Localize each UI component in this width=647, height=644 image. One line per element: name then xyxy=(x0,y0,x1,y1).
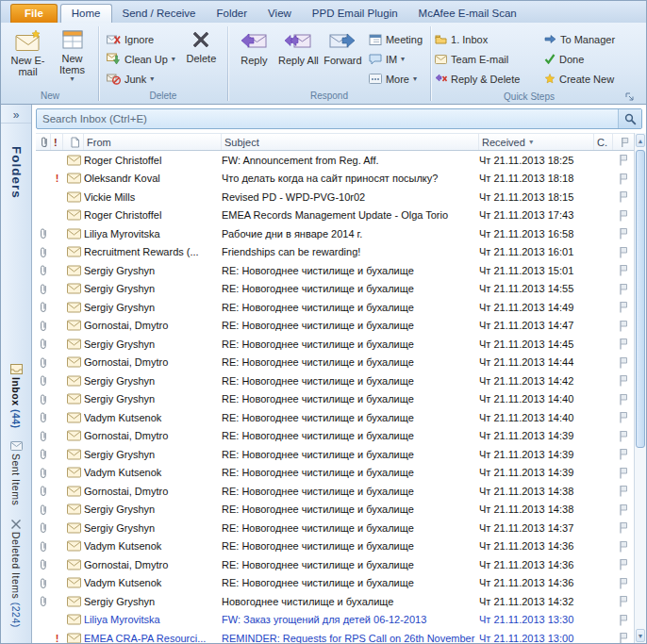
message-row[interactable]: ! Liliya Myrovitska FW: Заказ угощений д… xyxy=(36,611,634,630)
meeting-button[interactable]: Meeting xyxy=(365,29,426,49)
reply-all-button[interactable]: Reply All xyxy=(276,25,321,90)
quick-step-done[interactable]: Done xyxy=(544,49,634,69)
flag-icon[interactable] xyxy=(613,301,634,313)
sidebar-item-sent-items[interactable]: Sent Items xyxy=(10,441,23,505)
message-row[interactable]: ! Sergiy Gryshyn RE: Новогоднее чистилищ… xyxy=(36,501,634,520)
message-row[interactable]: ! Sergiy Gryshyn RE: Новогоднее чистилищ… xyxy=(36,335,634,354)
clean-up-button[interactable]: Clean Up ▾ xyxy=(103,49,179,69)
sidebar-item-deleted-items[interactable]: Deleted Items (224) xyxy=(10,518,22,628)
flag-icon[interactable] xyxy=(613,411,634,423)
scroll-down-button[interactable]: ▼ xyxy=(636,629,645,642)
flag-icon[interactable] xyxy=(613,246,634,258)
tab-mcafee-email-scan[interactable]: McAfee E-mail Scan xyxy=(408,5,527,23)
forward-button[interactable]: Forward xyxy=(321,25,365,90)
tab-send-receive[interactable]: Send / Receive xyxy=(112,5,207,23)
flag-icon[interactable] xyxy=(613,430,634,442)
flag-icon[interactable] xyxy=(613,577,634,589)
flag-icon[interactable] xyxy=(613,614,634,626)
message-row[interactable]: ! EMEA CRA-PA Resourci... REMINDER: Requ… xyxy=(36,629,634,643)
junk-button[interactable]: Junk ▾ xyxy=(103,69,179,89)
attachment-cell xyxy=(36,264,51,276)
flag-icon[interactable] xyxy=(613,154,634,166)
flag-icon[interactable] xyxy=(613,467,634,479)
quick-step-create-new[interactable]: Create New xyxy=(544,69,634,89)
flag-icon[interactable] xyxy=(613,190,634,203)
message-row[interactable]: ! Gornostai, Dmytro RE: Новогоднее чисти… xyxy=(36,354,634,372)
flag-icon[interactable] xyxy=(613,283,634,295)
flag-icon[interactable] xyxy=(613,504,634,516)
flag-icon[interactable] xyxy=(613,521,634,534)
flag-icon[interactable] xyxy=(613,173,634,185)
reply-button[interactable]: Reply xyxy=(232,25,276,90)
flag-icon[interactable] xyxy=(613,264,634,276)
message-row[interactable]: ! Gornostai, Dmytro RE: Новогоднее чисти… xyxy=(36,555,634,574)
message-row[interactable]: ! Vickie Mills Revised PD - WPD-PVG-10r0… xyxy=(36,188,634,206)
flag-icon[interactable] xyxy=(613,540,634,553)
attachment-icon xyxy=(40,374,47,387)
flag-icon[interactable] xyxy=(613,320,634,332)
column-header-importance[interactable]: ! xyxy=(51,134,63,150)
column-header-subject[interactable]: Subject xyxy=(222,134,479,150)
flag-icon[interactable] xyxy=(613,393,634,405)
tab-folder[interactable]: Folder xyxy=(207,5,258,23)
message-row[interactable]: ! Sergiy Gryshyn RE: Новогоднее чистилищ… xyxy=(36,298,634,317)
flag-icon[interactable] xyxy=(613,448,634,460)
message-row[interactable]: ! Vadym Kutsenok RE: Новогоднее чистилищ… xyxy=(36,464,634,483)
message-row[interactable]: ! Sergiy Gryshyn RE: Новогоднее чистилищ… xyxy=(36,372,634,390)
tab-file[interactable]: File xyxy=(10,4,58,23)
quick-step-team-email[interactable]: Team E-mail xyxy=(435,49,541,69)
column-header-flag[interactable] xyxy=(613,134,634,150)
flag-icon[interactable] xyxy=(613,374,634,387)
quick-steps-dialog-launcher[interactable] xyxy=(624,91,635,102)
flag-icon[interactable] xyxy=(613,485,634,497)
message-row[interactable]: ! Sergiy Gryshyn RE: Новогоднее чистилищ… xyxy=(36,445,634,464)
delete-button[interactable]: Delete xyxy=(179,25,224,90)
flag-icon[interactable] xyxy=(613,632,634,643)
sidebar-item-inbox[interactable]: Inbox (44) xyxy=(10,364,23,429)
message-row[interactable]: ! Oleksandr Koval Что делать когда на са… xyxy=(36,170,634,189)
message-row[interactable]: ! Sergiy Gryshyn RE: Новогоднее чистилищ… xyxy=(36,280,634,299)
scroll-up-button[interactable]: ▲ xyxy=(636,134,645,147)
search-input[interactable]: Search Inbox (Ctrl+E) xyxy=(37,113,618,124)
flag-icon[interactable] xyxy=(613,356,634,369)
tab-view[interactable]: View xyxy=(257,5,302,23)
ignore-button[interactable]: Ignore xyxy=(103,29,179,49)
message-row[interactable]: ! Roger Christoffel EMEA Records Managem… xyxy=(36,206,634,225)
quick-step-inbox[interactable]: 1. Inbox xyxy=(435,29,541,49)
search-button[interactable] xyxy=(618,109,641,128)
column-header-from[interactable]: From xyxy=(84,134,222,150)
message-row[interactable]: ! Sergiy Gryshyn RE: Новогоднее чистилищ… xyxy=(36,261,634,280)
scrollbar-track[interactable] xyxy=(636,148,645,628)
more-button[interactable]: More ▾ xyxy=(365,69,426,89)
column-header-categories[interactable]: C. xyxy=(594,134,613,150)
message-row[interactable]: ! Recruitment Rewards (... Friendships c… xyxy=(36,243,634,262)
flag-icon[interactable] xyxy=(613,338,634,350)
flag-icon[interactable] xyxy=(613,558,634,570)
flag-icon[interactable] xyxy=(613,209,634,222)
message-row[interactable]: ! Liliya Myrovitska Рабочие дни в январе… xyxy=(36,224,634,243)
message-row[interactable]: ! Roger Christoffel FW: Announcement fro… xyxy=(36,151,634,170)
message-row[interactable]: ! Vadym Kutsenok RE: Новогоднее чистилищ… xyxy=(36,408,634,427)
new-email-button[interactable]: New E-mail xyxy=(6,25,50,90)
column-header-attachment[interactable] xyxy=(36,134,51,150)
tab-ppd-email-plugin[interactable]: PPD Email Plugin xyxy=(302,5,408,23)
message-row[interactable]: ! Sergiy Gryshyn Новогоднее чистилище и … xyxy=(36,592,634,611)
message-row[interactable]: ! Gornostai, Dmytro RE: Новогоднее чисти… xyxy=(36,482,634,501)
message-row[interactable]: ! Vadym Kutsenok RE: Новогоднее чистилищ… xyxy=(36,574,634,593)
im-button[interactable]: IM ▾ xyxy=(365,49,426,69)
expand-folder-pane-button[interactable]: » xyxy=(1,107,31,124)
flag-icon[interactable] xyxy=(613,595,634,607)
flag-icon[interactable] xyxy=(613,227,634,239)
message-row[interactable]: ! Sergiy Gryshyn RE: Новогоднее чистилищ… xyxy=(36,519,634,537)
tab-home[interactable]: Home xyxy=(60,4,112,23)
message-row[interactable]: ! Sergiy Gryshyn RE: Новогоднее чистилищ… xyxy=(36,390,634,409)
scrollbar-thumb[interactable] xyxy=(636,150,645,448)
quick-step-to-manager[interactable]: To Manager xyxy=(544,29,634,49)
message-row[interactable]: ! Gornostai, Dmytro RE: Новогоднее чисти… xyxy=(36,317,634,336)
new-items-button[interactable]: New Items ▾ xyxy=(50,25,94,90)
quick-step-reply-and-delete[interactable]: Reply & Delete xyxy=(435,69,541,89)
column-header-icon[interactable] xyxy=(63,134,84,150)
column-header-received[interactable]: Received ▼ xyxy=(479,134,594,150)
message-row[interactable]: ! Gornostai, Dmytro RE: Новогоднее чисти… xyxy=(36,427,634,446)
message-row[interactable]: ! Vadym Kutsenok RE: Новогоднее чистилищ… xyxy=(36,537,634,556)
